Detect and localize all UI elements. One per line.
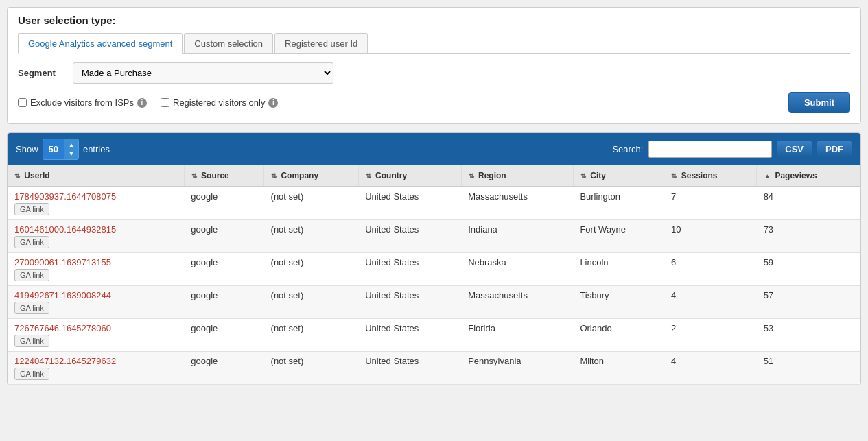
cell-country: United States [358, 187, 461, 220]
col-company[interactable]: Company [264, 165, 359, 187]
cell-region: Massachusetts [461, 187, 573, 220]
cell-source: google [184, 286, 263, 319]
show-label: Show [16, 144, 38, 154]
arrow-down-icon: ▼ [68, 150, 75, 157]
col-country[interactable]: Country [358, 165, 461, 187]
entries-label: entries [83, 144, 110, 154]
tab-ga-segment[interactable]: Google Analytics advanced segment [18, 33, 183, 54]
cell-source: google [184, 319, 263, 352]
cell-city: Fort Wayne [573, 220, 664, 253]
arrow-up-icon: ▲ [68, 141, 75, 149]
ga-link-button[interactable]: GA link [14, 302, 49, 314]
cell-company: (not set) [264, 187, 359, 220]
segment-label: Segment [18, 68, 62, 78]
table-row: 1601461000.1644932815GA linkgoogle(not s… [8, 220, 860, 253]
sort-company-icon [271, 172, 277, 180]
cell-userid: 419492671.1639008244GA link [8, 286, 184, 319]
segment-row: Segment Made a Purchase All Sessions New… [18, 62, 850, 84]
sort-region-icon [469, 172, 474, 180]
table-row: 270090061.1639713155GA linkgoogle(not se… [8, 253, 860, 286]
cell-source: google [184, 352, 263, 385]
col-city[interactable]: City [573, 165, 664, 187]
cell-source: google [184, 187, 263, 220]
registered-only-label[interactable]: Registered visitors only i [161, 97, 278, 108]
registered-only-info-icon[interactable]: i [268, 98, 278, 108]
ga-link-button[interactable]: GA link [14, 335, 49, 347]
cell-region: Pennsylvania [461, 352, 573, 385]
exclude-isp-info-icon[interactable]: i [137, 98, 147, 108]
cell-company: (not set) [264, 352, 359, 385]
userid-link[interactable]: 270090061.1639713155 [14, 257, 177, 267]
table-row: 726767646.1645278060GA linkgoogle(not se… [8, 319, 860, 352]
sort-country-icon [366, 172, 371, 180]
data-table: UserId Source Company Country [8, 165, 860, 385]
tab-bar: Google Analytics advanced segment Custom… [18, 33, 850, 54]
cell-userid: 726767646.1645278060GA link [8, 319, 184, 352]
col-pageviews[interactable]: Pageviews [757, 165, 860, 187]
cell-source: google [184, 220, 263, 253]
segment-select[interactable]: Made a Purchase All Sessions New Users R… [73, 62, 333, 84]
table-row: 419492671.1639008244GA linkgoogle(not se… [8, 286, 860, 319]
userid-link[interactable]: 419492671.1639008244 [14, 290, 177, 300]
exclude-isp-checkbox[interactable] [18, 98, 27, 107]
cell-company: (not set) [264, 220, 359, 253]
cell-pageviews: 59 [757, 253, 860, 286]
submit-button[interactable]: Submit [788, 92, 850, 113]
cell-userid: 1784903937.1644708075GA link [8, 187, 184, 220]
userid-link[interactable]: 726767646.1645278060 [14, 323, 177, 333]
sort-source-icon [191, 172, 197, 180]
options-row: Exclude visitors from ISPs i Registered … [18, 92, 850, 113]
cell-userid: 1224047132.1645279632GA link [8, 352, 184, 385]
sort-pageviews-icon [764, 172, 771, 180]
cell-region: Florida [461, 319, 573, 352]
entries-selector[interactable]: 50 ▲ ▼ [43, 139, 79, 160]
ga-link-button[interactable]: GA link [14, 368, 49, 380]
userid-link[interactable]: 1784903937.1644708075 [14, 191, 177, 202]
cell-region: Indiana [461, 220, 573, 253]
userid-link[interactable]: 1601461000.1644932815 [14, 224, 177, 235]
cell-sessions: 2 [664, 319, 757, 352]
tab-custom-selection[interactable]: Custom selection [184, 33, 273, 53]
cell-pageviews: 53 [757, 319, 860, 352]
cell-company: (not set) [264, 319, 359, 352]
cell-region: Nebraska [461, 253, 573, 286]
cell-city: Orlando [573, 319, 664, 352]
cell-sessions: 10 [664, 220, 757, 253]
entries-value: 50 [43, 142, 64, 156]
ga-link-button[interactable]: GA link [14, 236, 49, 248]
cell-company: (not set) [264, 286, 359, 319]
cell-pageviews: 57 [757, 286, 860, 319]
cell-pageviews: 84 [757, 187, 860, 220]
cell-source: google [184, 253, 263, 286]
col-source[interactable]: Source [184, 165, 263, 187]
cell-userid: 270090061.1639713155GA link [8, 253, 184, 286]
ga-link-button[interactable]: GA link [14, 269, 49, 281]
col-userid[interactable]: UserId [8, 165, 184, 187]
table-header-row: UserId Source Company Country [8, 165, 860, 187]
col-region[interactable]: Region [461, 165, 573, 187]
cell-city: Milton [573, 352, 664, 385]
table-row: 1784903937.1644708075GA linkgoogle(not s… [8, 187, 860, 220]
tab-registered-user[interactable]: Registered user Id [274, 33, 368, 53]
csv-button[interactable]: CSV [776, 141, 812, 158]
sort-sessions-icon [671, 172, 677, 180]
cell-pageviews: 73 [757, 220, 860, 253]
registered-only-checkbox[interactable] [161, 98, 169, 107]
cell-country: United States [358, 286, 461, 319]
exclude-isp-label[interactable]: Exclude visitors from ISPs i [18, 97, 147, 108]
cell-country: United States [358, 220, 461, 253]
search-input[interactable] [648, 141, 772, 158]
cell-country: United States [358, 253, 461, 286]
cell-country: United States [358, 319, 461, 352]
entries-arrow[interactable]: ▲ ▼ [64, 139, 78, 159]
cell-pageviews: 51 [757, 352, 860, 385]
sort-userid-icon [14, 172, 20, 180]
cell-sessions: 4 [664, 352, 757, 385]
cell-company: (not set) [264, 253, 359, 286]
cell-region: Massachusetts [461, 286, 573, 319]
pdf-button[interactable]: PDF [817, 141, 852, 158]
cell-sessions: 6 [664, 253, 757, 286]
col-sessions[interactable]: Sessions [664, 165, 757, 187]
userid-link[interactable]: 1224047132.1645279632 [14, 356, 177, 366]
ga-link-button[interactable]: GA link [14, 203, 49, 215]
